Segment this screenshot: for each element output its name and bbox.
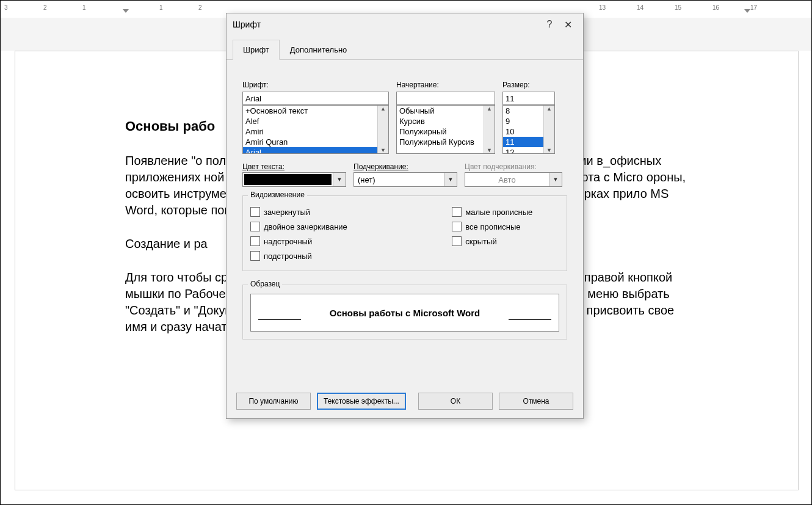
checkbox-icon [250,207,260,217]
preview-group: Образец Основы работы с Microsoft Word [242,285,567,340]
checkbox-icon [452,236,462,246]
cancel-button[interactable]: Отмена [499,393,573,410]
label-font-color: Цвет текста: [242,162,346,171]
indent-marker-left[interactable] [123,9,129,13]
checkbox-icon [250,222,260,231]
underline-color-value: Авто [465,175,549,184]
style-option[interactable]: Полужирный [397,126,495,137]
font-option[interactable]: Alef [243,116,388,126]
effects-legend: Видоизменение [248,191,307,199]
checkbox-icon [250,251,260,261]
chk-hidden[interactable]: скрытый [452,236,559,246]
chevron-down-icon: ▼ [444,173,457,186]
style-option[interactable]: Обычный [397,106,495,116]
style-input[interactable] [396,92,495,105]
preview-box: Основы работы с Microsoft Word [250,294,559,332]
size-list-scrollbar[interactable]: ▲▼ [543,106,554,153]
style-option[interactable]: Полужирный Курсив [397,137,495,147]
chk-smallcaps[interactable]: малые прописные [452,207,559,217]
default-button[interactable]: По умолчанию [236,393,311,410]
chk-superscript[interactable]: надстрочный [250,236,390,246]
dialog-button-row: По умолчанию Текстовые эффекты... ОК Отм… [227,387,583,418]
label-underline-color: Цвет подчеркивания: [465,162,562,171]
preview-text: Основы работы с Microsoft Word [330,308,480,318]
chk-allcaps[interactable]: все прописные [452,222,559,231]
style-option[interactable]: Курсив [397,116,495,126]
underline-color-combo: Авто ▼ [465,172,562,187]
style-list-scrollbar[interactable]: ▲▼ [484,106,495,153]
tab-font[interactable]: Шрифт [233,40,280,60]
font-option[interactable]: Amiri [243,126,388,137]
text-effects-button[interactable]: Текстовые эффекты... [317,393,406,410]
style-listbox[interactable]: Обычный Курсив Полужирный Полужирный Кур… [396,105,495,154]
font-option-selected[interactable]: Arial [243,147,388,154]
preview-line [509,319,551,320]
font-color-combo[interactable]: ▼ [242,172,346,187]
font-option[interactable]: +Основной текст [243,106,388,116]
size-input[interactable] [502,92,555,105]
help-button[interactable]: ? [540,19,559,30]
chk-strike[interactable]: зачеркнутый [250,207,390,217]
dialog-tabs: Шрифт Дополнительно [227,39,583,60]
checkbox-icon [452,222,462,231]
font-input[interactable] [242,92,389,105]
size-listbox[interactable]: 8 9 10 11 12 ▲▼ [502,105,555,154]
effects-group: Видоизменение зачеркнутый двойное зачерк… [242,195,567,271]
chevron-down-icon: ▼ [333,173,346,186]
font-list-scrollbar[interactable]: ▲▼ [377,106,388,153]
dialog-title: Шрифт [233,20,540,29]
underline-combo[interactable]: (нет) ▼ [353,172,457,187]
indent-marker-right[interactable] [744,9,750,13]
checkbox-icon [452,207,462,217]
font-option[interactable]: Amiri Quran [243,137,388,147]
chk-double-strike[interactable]: двойное зачеркивание [250,222,390,231]
close-button[interactable]: ✕ [559,19,577,31]
preview-line [258,319,301,320]
chk-subscript[interactable]: подстрочный [250,251,390,261]
font-listbox[interactable]: +Основной текст Alef Amiri Amiri Quran A… [242,105,389,154]
label-font: Шрифт: [242,81,389,89]
font-color-swatch [244,174,332,185]
checkbox-icon [250,236,260,246]
chevron-down-icon: ▼ [549,173,562,186]
underline-value: (нет) [354,175,444,184]
label-underline: Подчеркивание: [353,162,457,171]
font-dialog: Шрифт ? ✕ Шрифт Дополнительно Шрифт: +Ос… [226,13,584,419]
label-style: Начертание: [396,81,495,89]
preview-legend: Образец [248,280,282,288]
label-size: Размер: [502,81,555,89]
tab-advanced[interactable]: Дополнительно [280,40,358,60]
dialog-titlebar[interactable]: Шрифт ? ✕ [227,13,583,35]
ok-button[interactable]: ОК [418,393,493,410]
